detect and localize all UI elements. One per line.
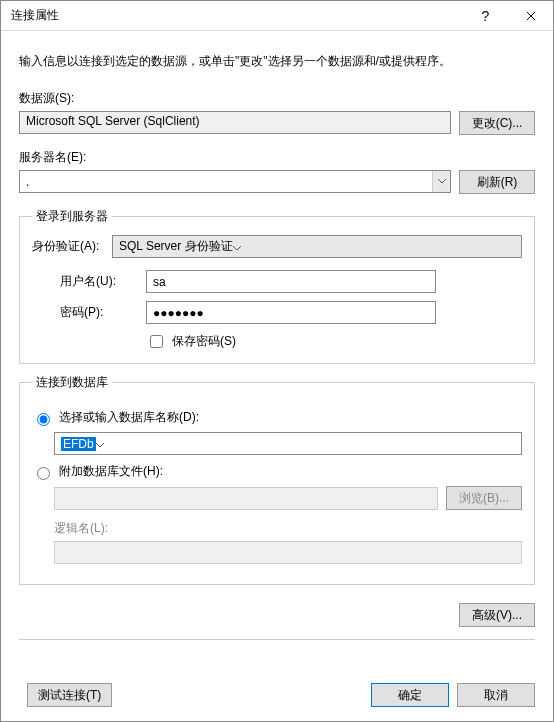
save-password-checkbox[interactable] (150, 335, 163, 348)
chevron-down-icon (96, 437, 104, 451)
dialog-footer: 测试连接(T) 确定 取消 (1, 679, 553, 721)
chevron-down-icon (233, 240, 241, 254)
window-title: 连接属性 (11, 7, 463, 24)
database-legend: 连接到数据库 (32, 374, 112, 391)
attach-db-label: 附加数据库文件(H): (59, 463, 163, 480)
advanced-button[interactable]: 高级(V)... (459, 603, 535, 627)
close-button[interactable] (508, 1, 553, 31)
change-button[interactable]: 更改(C)... (459, 111, 535, 135)
database-combo[interactable]: EFDb (54, 432, 522, 455)
logical-name-input (54, 541, 522, 564)
attach-file-input (54, 487, 438, 510)
refresh-button[interactable]: 刷新(R) (459, 170, 535, 194)
logical-name-label: 逻辑名(L): (54, 520, 522, 537)
titlebar: 连接属性 ? (1, 1, 553, 31)
password-input[interactable] (146, 301, 436, 324)
username-label: 用户名(U): (60, 273, 138, 290)
datasource-label: 数据源(S): (19, 90, 535, 107)
login-legend: 登录到服务器 (32, 208, 112, 225)
auth-value: SQL Server 身份验证 (119, 238, 233, 255)
username-input[interactable] (146, 270, 436, 293)
login-group: 登录到服务器 身份验证(A): SQL Server 身份验证 用户名(U): … (19, 208, 535, 364)
close-icon (526, 11, 536, 21)
auth-combo[interactable]: SQL Server 身份验证 (112, 235, 522, 258)
save-password-label: 保存密码(S) (172, 333, 236, 350)
ok-button[interactable]: 确定 (371, 683, 449, 707)
test-connection-button[interactable]: 测试连接(T) (27, 683, 112, 707)
chevron-down-icon (432, 171, 450, 192)
password-label: 密码(P): (60, 304, 138, 321)
separator (19, 639, 535, 640)
server-combo[interactable]: . (19, 170, 451, 193)
attach-db-radio[interactable] (37, 467, 50, 480)
help-button[interactable]: ? (463, 1, 508, 31)
database-value: EFDb (61, 437, 96, 451)
server-label: 服务器名(E): (19, 149, 535, 166)
server-value: . (26, 175, 29, 189)
intro-text: 输入信息以连接到选定的数据源，或单击"更改"选择另一个数据源和/或提供程序。 (19, 53, 535, 70)
browse-button: 浏览(B)... (446, 486, 522, 510)
auth-label: 身份验证(A): (32, 238, 104, 255)
cancel-button[interactable]: 取消 (457, 683, 535, 707)
select-db-label: 选择或输入数据库名称(D): (59, 409, 199, 426)
database-group: 连接到数据库 选择或输入数据库名称(D): EFDb 附加数据库文件(H): 浏… (19, 374, 535, 585)
datasource-input: Microsoft SQL Server (SqlClient) (19, 111, 451, 134)
select-db-radio[interactable] (37, 413, 50, 426)
